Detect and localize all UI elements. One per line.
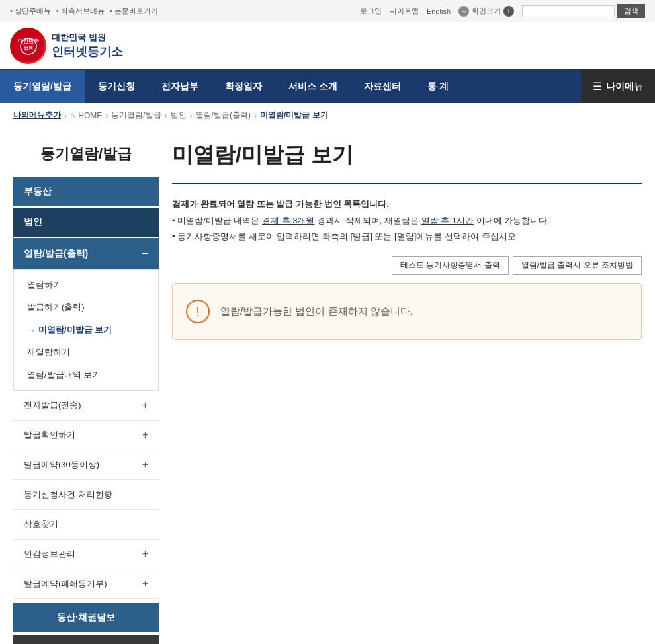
font-increase-button[interactable]: + bbox=[503, 6, 514, 17]
svg-text:법원: 법원 bbox=[24, 46, 33, 51]
english-link[interactable]: English bbox=[427, 7, 451, 15]
top-utility-bar: 상단주메뉴 좌측서브메뉴 본문바로가기 로그인 사이트맵 English − 화… bbox=[0, 0, 655, 22]
font-size-label: 화면크기 bbox=[472, 6, 501, 16]
sidebar-sub-issue[interactable]: 발급하기(출력) bbox=[14, 296, 158, 319]
plus-icon: + bbox=[142, 548, 148, 560]
error-guide-button[interactable]: 열람/발급 출력시 오류 조치방법 bbox=[513, 256, 642, 275]
nav-item-application[interactable]: 등기신청 bbox=[85, 70, 148, 103]
breadcrumb-home[interactable]: HOME bbox=[78, 111, 102, 120]
alert-box: ! 열람/발급가능한 법인이 존재하지 않습니다. bbox=[172, 283, 642, 340]
sidebar-item-reservation30[interactable]: 발급예약(30등이상) + bbox=[13, 450, 159, 480]
page-layout: 등기열람/발급 부동산 법인 열람/발급(출력) − 열람하기 발급하기(출력)… bbox=[0, 121, 655, 644]
skip-nav: 상단주메뉴 좌측서브메뉴 본문바로가기 bbox=[10, 6, 158, 16]
nav-item-library[interactable]: 자료센터 bbox=[351, 70, 414, 103]
sidebar-item-real-estate[interactable]: 부동산 bbox=[13, 177, 159, 206]
plus-icon: + bbox=[142, 429, 148, 441]
search-input[interactable] bbox=[522, 5, 615, 17]
search-button[interactable]: 검색 bbox=[617, 4, 645, 18]
minus-icon: − bbox=[141, 247, 148, 261]
alert-icon: ! bbox=[186, 300, 210, 323]
plus-icon: + bbox=[142, 578, 148, 590]
info-line2: • 등기사항증명서를 새로이 입력하려면 좌측의 [발급] 또는 [열람]메뉴를… bbox=[172, 229, 642, 245]
plus-icon: + bbox=[142, 459, 148, 471]
sidebar-item-confirm[interactable]: 발급확인하기 + bbox=[13, 421, 159, 450]
breadcrumb-current: 미열람/미발급 보기 bbox=[260, 110, 328, 121]
sidebar-bottom: 동산·채권담보 기타 bbox=[13, 603, 159, 644]
nav-item-stats[interactable]: 통 계 bbox=[414, 70, 462, 103]
logo[interactable]: 대한민국 법원 대한민국 법원 인터넷등기소 bbox=[10, 28, 123, 64]
plus-icon: + bbox=[142, 399, 148, 411]
page-title: 미열람/미발급 보기 bbox=[172, 134, 642, 183]
sidebar-item-electronic[interactable]: 전자발급(전송) + bbox=[13, 391, 159, 421]
sidebar: 등기열람/발급 부동산 법인 열람/발급(출력) − 열람하기 발급하기(출력)… bbox=[13, 134, 159, 644]
nav-item-service[interactable]: 서비스 소개 bbox=[275, 70, 351, 103]
sidebar-sub-history[interactable]: 열람/발급내역 보기 bbox=[14, 364, 158, 386]
info-link1[interactable]: 결제 후 3개월 bbox=[262, 216, 314, 225]
login-link[interactable]: 로그인 bbox=[360, 6, 382, 16]
sidebar-title: 등기열람/발급 bbox=[13, 134, 159, 177]
sidebar-btn-other[interactable]: 기타 bbox=[13, 635, 159, 644]
font-size-control: − 화면크기 + bbox=[459, 6, 514, 17]
mymenu-label: 나이메뉴 bbox=[606, 81, 643, 93]
sidebar-item-search-name[interactable]: 상호찾기 bbox=[13, 510, 159, 540]
sidebar-sub-items: 열람하기 발급하기(출력) → 미열람/미발급 보기 재열람하기 열람/발급내역… bbox=[13, 269, 159, 391]
divider bbox=[172, 183, 642, 184]
info-link2[interactable]: 열람 후 1시간 bbox=[421, 216, 474, 225]
logo-icon: 대한민국 법원 bbox=[10, 28, 46, 64]
my-menu-button[interactable]: ☰ 나이메뉴 bbox=[581, 69, 655, 103]
sidebar-item-seal[interactable]: 인감정보관리 + bbox=[13, 540, 159, 569]
test-print-button[interactable]: 테스트 등기사항증명서 출력 bbox=[392, 256, 509, 275]
sidebar-item-corporation[interactable]: 법인 bbox=[13, 208, 159, 237]
nav-item-registry[interactable]: 등기열람/발급 bbox=[0, 70, 85, 103]
info-line1: • 미열람/미발급 내역은 결제 후 3개월 경과시 삭제되며, 재열람은 열람… bbox=[172, 213, 642, 229]
sidebar-sub-unviewed[interactable]: → 미열람/미발급 보기 bbox=[14, 319, 158, 341]
header: 대한민국 법원 대한민국 법원 인터넷등기소 bbox=[0, 22, 655, 69]
arrow-icon: → bbox=[27, 325, 36, 335]
main-nav: 등기열람/발급 등기신청 전자납부 확정일자 서비스 소개 자료센터 통 계 ☰… bbox=[0, 69, 655, 103]
sidebar-item-reservation-closed[interactable]: 발급예약(폐쇄등기부) + bbox=[13, 569, 159, 599]
skip-left[interactable]: 좌측서브메뉴 bbox=[56, 6, 105, 16]
info-box: 결제가 완료되어 열람 또는 발급 가능한 법인 목록입니다. • 미열람/미발… bbox=[172, 196, 642, 245]
sidebar-btn-movable-property[interactable]: 동산·채권담보 bbox=[13, 603, 159, 632]
breadcrumb-mymenu[interactable]: 나의메뉴추가 bbox=[13, 110, 61, 121]
sidebar-sub-review[interactable]: 재열람하기 bbox=[14, 341, 158, 364]
hamburger-icon: ☰ bbox=[593, 80, 602, 93]
skip-content[interactable]: 본문바로가기 bbox=[110, 6, 158, 16]
top-bar-right: 로그인 사이트맵 English − 화면크기 + 검색 bbox=[360, 4, 645, 18]
logo-text: 대한민국 법원 인터넷등기소 bbox=[52, 32, 123, 60]
top-search: 검색 bbox=[522, 4, 645, 18]
alert-text: 열람/발급가능한 법인이 존재하지 않습니다. bbox=[220, 305, 413, 318]
sidebar-submenu-header-output[interactable]: 열람/발급(출력) − bbox=[13, 238, 159, 269]
skip-main[interactable]: 상단주메뉴 bbox=[10, 6, 51, 16]
sidebar-sub-view[interactable]: 열람하기 bbox=[14, 274, 158, 296]
sitemap-link[interactable]: 사이트맵 bbox=[390, 6, 419, 16]
nav-item-payment[interactable]: 전자납부 bbox=[148, 70, 212, 103]
sidebar-item-status[interactable]: 등기신청사건 처리현황 bbox=[13, 480, 159, 510]
font-decrease-button[interactable]: − bbox=[459, 6, 469, 17]
breadcrumb-path1[interactable]: 등기열람/발급 bbox=[111, 110, 161, 121]
info-bold: 결제가 완료되어 열람 또는 발급 가능한 법인 목록입니다. bbox=[172, 199, 389, 209]
breadcrumb-path3[interactable]: 열람/발급(출력) bbox=[196, 110, 251, 121]
breadcrumb-path2[interactable]: 법인 bbox=[171, 110, 187, 121]
nav-item-date[interactable]: 확정일자 bbox=[212, 70, 275, 103]
home-icon: ⌂ bbox=[70, 111, 75, 120]
main-content: 미열람/미발급 보기 결제가 완료되어 열람 또는 발급 가능한 법인 목록입니… bbox=[172, 134, 642, 340]
action-buttons: 테스트 등기사항증명서 출력 열람/발급 출력시 오류 조치방법 bbox=[172, 256, 642, 275]
breadcrumb: 나의메뉴추가 › ⌂ HOME › 등기열람/발급 › 법인 › 열람/발급(출… bbox=[0, 103, 655, 121]
